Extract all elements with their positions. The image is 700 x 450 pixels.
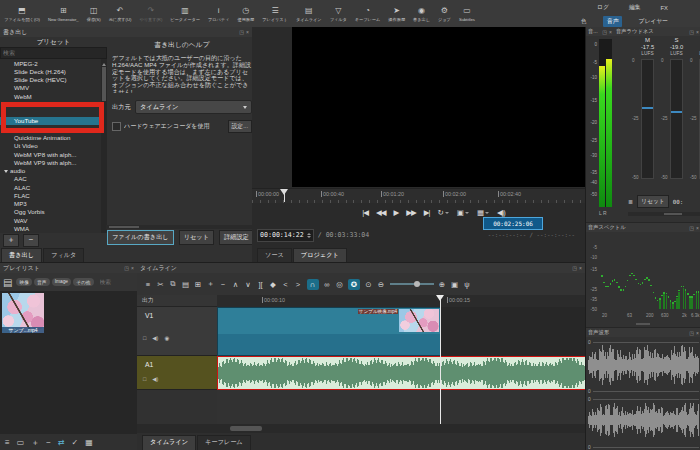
timeline-horizontal-scrollbar[interactable] <box>137 424 585 433</box>
timeline-next-marker-button[interactable]: > <box>294 280 302 289</box>
float-icon[interactable]: ◳ <box>689 29 694 35</box>
playlist-filter-video[interactable]: 映像 <box>16 278 32 286</box>
tab-source[interactable]: ソース <box>257 248 292 263</box>
dock-toggle-edit[interactable]: 編集 <box>625 2 645 13</box>
preset-item-wav[interactable]: WAV <box>0 216 107 224</box>
toolbar-export-button[interactable]: ◉書き出し <box>409 5 434 22</box>
track-header-a1[interactable]: A1 □ ◀) <box>137 356 217 390</box>
playlist-view-icon[interactable]: ▤ <box>3 277 12 288</box>
close-icon[interactable]: × <box>131 265 134 271</box>
spin-down-icon[interactable] <box>307 236 311 240</box>
selected-audio-clip[interactable] <box>217 356 585 390</box>
preset-list-scrollbar[interactable] <box>101 59 107 233</box>
preset-item-flac[interactable]: FLAC <box>0 191 107 199</box>
playlist-remove-button[interactable]: − <box>46 438 51 447</box>
playlist-filter-other[interactable]: その他 <box>73 278 94 286</box>
tab-filters[interactable]: フィルタ <box>43 248 84 263</box>
timeline-append-button[interactable]: ⊞ <box>194 280 202 289</box>
loudness-menu-icon[interactable]: ≣ <box>628 198 633 205</box>
toolbar-playlist-button[interactable]: ☰プレイリスト <box>258 5 292 22</box>
transport-skip-to-end-button[interactable]: ▶| <box>424 208 430 217</box>
preset-item-ut-video[interactable]: Ut Video <box>0 142 107 150</box>
float-icon[interactable]: ◳ <box>124 265 129 271</box>
transport-zoom-fit-button[interactable]: ▣ <box>457 208 469 217</box>
transport-fast-forward-button[interactable]: ▶▶ <box>406 208 416 217</box>
toolbar-keyframes-button[interactable]: ◔キーフレーム <box>351 5 385 22</box>
float-icon[interactable]: ◳ <box>602 29 607 35</box>
loudness-reset-button[interactable]: リセット <box>637 195 669 208</box>
timeline-lift-button[interactable]: ∧ <box>232 280 240 289</box>
preset-item-mp3[interactable]: MP3 <box>0 200 107 208</box>
playlist-select-button[interactable]: ✓ <box>72 438 79 447</box>
transport-skip-to-start-button[interactable]: |◀ <box>362 208 368 217</box>
preset-item-wmv[interactable]: WMV <box>0 84 107 92</box>
transport-play-button[interactable]: ▶ <box>393 208 398 217</box>
spin-up-icon[interactable] <box>307 231 311 235</box>
toolbar-save-button[interactable]: ◫保存(S) <box>83 5 105 22</box>
loudness-scrollbar[interactable] <box>628 212 700 216</box>
transport-grid-button[interactable]: ▦ <box>477 208 489 217</box>
close-icon[interactable]: × <box>579 265 582 271</box>
timeline-zoom-out-button[interactable]: ⊖ <box>377 280 385 289</box>
reset-button[interactable]: リセット <box>179 230 214 245</box>
toolbar-recent-button[interactable]: ◷使用履歴 <box>233 5 258 22</box>
video-clip[interactable]: サンプル映像.mp4 <box>217 307 441 356</box>
timeline-overwrite-button[interactable]: ∨ <box>244 280 252 289</box>
timeline-paste-button[interactable]: ▤ <box>182 280 190 289</box>
float-icon[interactable]: ◳ <box>689 225 694 231</box>
timeline-zoom-slider[interactable] <box>390 279 434 289</box>
spectrum-scrollbar[interactable] <box>636 323 650 325</box>
timeline-snap-button[interactable]: ∩ <box>307 279 319 290</box>
output-track-header[interactable]: 出力 <box>137 295 217 307</box>
dock-toggle-audio[interactable]: 音声 <box>603 16 623 27</box>
toolbar-filters-button[interactable]: ▽フィルタ <box>326 5 351 22</box>
dock-toggle-color[interactable]: 色 <box>577 16 591 27</box>
preset-item-mpeg-2[interactable]: MPEG-2 <box>0 59 107 67</box>
mute-icon[interactable]: ◀) <box>152 376 158 382</box>
timeline-zoom-fit-button[interactable]: ▣ <box>451 280 459 289</box>
lock-icon[interactable]: □ <box>143 335 146 341</box>
preset-item-alac[interactable]: ALAC <box>0 183 107 191</box>
playlist-details-button[interactable]: ▦ <box>85 438 93 447</box>
preset-item-slide-deck-h264[interactable]: Slide Deck (H.264) <box>0 67 107 75</box>
timeline-record-audio-button[interactable]: ψ <box>463 280 471 289</box>
playlist-menu-button[interactable]: ≡ <box>5 438 10 447</box>
toolbar-undo-button[interactable]: ↶元に戻す(U) <box>105 5 136 22</box>
preset-item-wma[interactable]: WMA <box>0 224 107 232</box>
current-position-field[interactable]: 00:00:14:22 <box>257 229 314 242</box>
playlist-search-input[interactable] <box>98 278 126 286</box>
timeline-ripple-markers-button[interactable]: ⊙ <box>365 280 373 289</box>
playlist-update-button[interactable]: ⇄ <box>58 438 65 447</box>
float-icon[interactable]: ◳ <box>239 29 244 35</box>
transport-loop-button[interactable]: ↻ <box>438 208 449 217</box>
transport-volume-button[interactable]: ◀)) <box>497 208 505 217</box>
preset-remove-button[interactable]: − <box>23 234 39 247</box>
dock-toggle-player[interactable]: プレイヤー <box>634 16 672 27</box>
preset-item-quicktime-animation[interactable]: Quicktime Animation <box>0 133 107 141</box>
lock-icon[interactable]: □ <box>143 376 146 382</box>
close-icon[interactable]: × <box>696 330 699 336</box>
float-icon[interactable]: ◳ <box>689 330 694 336</box>
mute-icon[interactable]: ◀) <box>152 335 158 341</box>
tab-keyframes[interactable]: キーフレーム <box>197 435 251 450</box>
timeline-copy-button[interactable]: ⧉ <box>169 279 177 289</box>
toolbar-subtitles-button[interactable]: ▭Subtitles <box>455 5 479 22</box>
toolbar-new-generator-button[interactable]: ⊞New Generator_ <box>44 5 83 22</box>
float-icon[interactable]: ◳ <box>572 265 577 271</box>
tab-export[interactable]: 書き出し <box>1 248 42 263</box>
tab-timeline[interactable]: タイムライン <box>142 435 196 450</box>
scroll-up-icon[interactable] <box>102 61 106 66</box>
tab-project[interactable]: プロジェクト <box>293 248 347 263</box>
preset-item-webm-vp9-alpha[interactable]: WebM VP9 with alph... <box>0 158 107 166</box>
preset-item-webm[interactable]: WebM <box>0 92 107 100</box>
hardware-encoder-checkbox[interactable] <box>112 122 121 131</box>
toolbar-open-file-button[interactable]: ⬒ファイルを開く(O) <box>0 5 44 22</box>
position-spinner[interactable] <box>307 231 311 240</box>
preset-item-aac[interactable]: AAC <box>0 175 107 183</box>
preset-search-input[interactable] <box>0 47 107 59</box>
timeline-scrub-while-dragging-button[interactable]: ∞ <box>323 280 331 289</box>
timeline-add-button[interactable]: ＋ <box>207 279 215 289</box>
toolbar-redo-button[interactable]: ↷やり直す(R) <box>135 5 166 22</box>
timeline-ripple-button[interactable]: ◎ <box>336 280 344 289</box>
from-dropdown[interactable]: タイムライン <box>135 100 252 114</box>
